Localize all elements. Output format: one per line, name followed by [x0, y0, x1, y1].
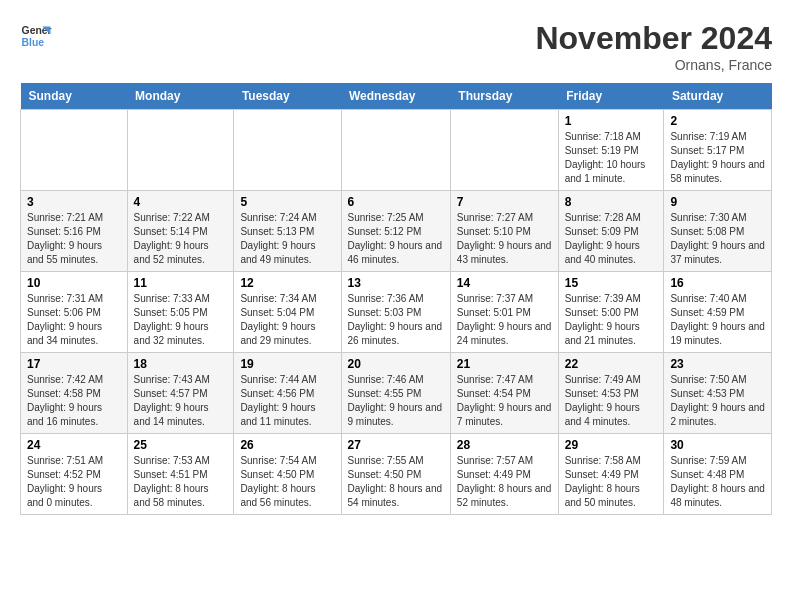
day-cell: 13Sunrise: 7:36 AM Sunset: 5:03 PM Dayli…	[341, 272, 450, 353]
day-info: Sunrise: 7:49 AM Sunset: 4:53 PM Dayligh…	[565, 373, 658, 429]
day-info: Sunrise: 7:50 AM Sunset: 4:53 PM Dayligh…	[670, 373, 765, 429]
day-cell: 25Sunrise: 7:53 AM Sunset: 4:51 PM Dayli…	[127, 434, 234, 515]
day-number: 26	[240, 438, 334, 452]
day-info: Sunrise: 7:55 AM Sunset: 4:50 PM Dayligh…	[348, 454, 444, 510]
day-info: Sunrise: 7:19 AM Sunset: 5:17 PM Dayligh…	[670, 130, 765, 186]
day-info: Sunrise: 7:30 AM Sunset: 5:08 PM Dayligh…	[670, 211, 765, 267]
day-number: 9	[670, 195, 765, 209]
day-number: 20	[348, 357, 444, 371]
day-number: 4	[134, 195, 228, 209]
day-cell: 1Sunrise: 7:18 AM Sunset: 5:19 PM Daylig…	[558, 110, 664, 191]
day-info: Sunrise: 7:44 AM Sunset: 4:56 PM Dayligh…	[240, 373, 334, 429]
logo-icon: General Blue	[20, 20, 52, 52]
page-header: General Blue November 2024 Ornans, Franc…	[20, 20, 772, 73]
day-info: Sunrise: 7:22 AM Sunset: 5:14 PM Dayligh…	[134, 211, 228, 267]
day-cell: 22Sunrise: 7:49 AM Sunset: 4:53 PM Dayli…	[558, 353, 664, 434]
day-info: Sunrise: 7:46 AM Sunset: 4:55 PM Dayligh…	[348, 373, 444, 429]
day-number: 28	[457, 438, 552, 452]
day-cell	[234, 110, 341, 191]
day-cell: 30Sunrise: 7:59 AM Sunset: 4:48 PM Dayli…	[664, 434, 772, 515]
logo: General Blue	[20, 20, 52, 52]
day-info: Sunrise: 7:37 AM Sunset: 5:01 PM Dayligh…	[457, 292, 552, 348]
column-header-thursday: Thursday	[450, 83, 558, 110]
day-number: 15	[565, 276, 658, 290]
day-cell: 19Sunrise: 7:44 AM Sunset: 4:56 PM Dayli…	[234, 353, 341, 434]
day-cell	[450, 110, 558, 191]
day-cell: 18Sunrise: 7:43 AM Sunset: 4:57 PM Dayli…	[127, 353, 234, 434]
column-header-saturday: Saturday	[664, 83, 772, 110]
day-number: 5	[240, 195, 334, 209]
day-cell: 7Sunrise: 7:27 AM Sunset: 5:10 PM Daylig…	[450, 191, 558, 272]
day-number: 10	[27, 276, 121, 290]
day-info: Sunrise: 7:34 AM Sunset: 5:04 PM Dayligh…	[240, 292, 334, 348]
day-info: Sunrise: 7:54 AM Sunset: 4:50 PM Dayligh…	[240, 454, 334, 510]
day-cell	[21, 110, 128, 191]
day-cell: 11Sunrise: 7:33 AM Sunset: 5:05 PM Dayli…	[127, 272, 234, 353]
day-number: 18	[134, 357, 228, 371]
day-cell: 23Sunrise: 7:50 AM Sunset: 4:53 PM Dayli…	[664, 353, 772, 434]
day-cell: 8Sunrise: 7:28 AM Sunset: 5:09 PM Daylig…	[558, 191, 664, 272]
day-number: 1	[565, 114, 658, 128]
day-number: 7	[457, 195, 552, 209]
day-number: 8	[565, 195, 658, 209]
day-info: Sunrise: 7:31 AM Sunset: 5:06 PM Dayligh…	[27, 292, 121, 348]
day-number: 11	[134, 276, 228, 290]
day-cell: 6Sunrise: 7:25 AM Sunset: 5:12 PM Daylig…	[341, 191, 450, 272]
day-cell: 2Sunrise: 7:19 AM Sunset: 5:17 PM Daylig…	[664, 110, 772, 191]
day-info: Sunrise: 7:47 AM Sunset: 4:54 PM Dayligh…	[457, 373, 552, 429]
title-block: November 2024 Ornans, France	[535, 20, 772, 73]
day-cell: 14Sunrise: 7:37 AM Sunset: 5:01 PM Dayli…	[450, 272, 558, 353]
day-number: 23	[670, 357, 765, 371]
week-row-1: 1Sunrise: 7:18 AM Sunset: 5:19 PM Daylig…	[21, 110, 772, 191]
day-cell: 28Sunrise: 7:57 AM Sunset: 4:49 PM Dayli…	[450, 434, 558, 515]
day-number: 17	[27, 357, 121, 371]
day-number: 14	[457, 276, 552, 290]
week-row-4: 17Sunrise: 7:42 AM Sunset: 4:58 PM Dayli…	[21, 353, 772, 434]
column-header-sunday: Sunday	[21, 83, 128, 110]
day-cell	[341, 110, 450, 191]
day-info: Sunrise: 7:57 AM Sunset: 4:49 PM Dayligh…	[457, 454, 552, 510]
day-info: Sunrise: 7:33 AM Sunset: 5:05 PM Dayligh…	[134, 292, 228, 348]
day-cell: 27Sunrise: 7:55 AM Sunset: 4:50 PM Dayli…	[341, 434, 450, 515]
day-cell: 21Sunrise: 7:47 AM Sunset: 4:54 PM Dayli…	[450, 353, 558, 434]
day-cell: 17Sunrise: 7:42 AM Sunset: 4:58 PM Dayli…	[21, 353, 128, 434]
month-title: November 2024	[535, 20, 772, 57]
day-cell: 5Sunrise: 7:24 AM Sunset: 5:13 PM Daylig…	[234, 191, 341, 272]
day-info: Sunrise: 7:51 AM Sunset: 4:52 PM Dayligh…	[27, 454, 121, 510]
day-info: Sunrise: 7:53 AM Sunset: 4:51 PM Dayligh…	[134, 454, 228, 510]
day-info: Sunrise: 7:43 AM Sunset: 4:57 PM Dayligh…	[134, 373, 228, 429]
header-row: SundayMondayTuesdayWednesdayThursdayFrid…	[21, 83, 772, 110]
day-cell: 4Sunrise: 7:22 AM Sunset: 5:14 PM Daylig…	[127, 191, 234, 272]
week-row-2: 3Sunrise: 7:21 AM Sunset: 5:16 PM Daylig…	[21, 191, 772, 272]
day-info: Sunrise: 7:24 AM Sunset: 5:13 PM Dayligh…	[240, 211, 334, 267]
day-info: Sunrise: 7:40 AM Sunset: 4:59 PM Dayligh…	[670, 292, 765, 348]
day-number: 16	[670, 276, 765, 290]
day-cell: 29Sunrise: 7:58 AM Sunset: 4:49 PM Dayli…	[558, 434, 664, 515]
day-number: 22	[565, 357, 658, 371]
day-info: Sunrise: 7:25 AM Sunset: 5:12 PM Dayligh…	[348, 211, 444, 267]
day-info: Sunrise: 7:27 AM Sunset: 5:10 PM Dayligh…	[457, 211, 552, 267]
day-number: 30	[670, 438, 765, 452]
day-info: Sunrise: 7:18 AM Sunset: 5:19 PM Dayligh…	[565, 130, 658, 186]
day-cell: 24Sunrise: 7:51 AM Sunset: 4:52 PM Dayli…	[21, 434, 128, 515]
day-cell: 26Sunrise: 7:54 AM Sunset: 4:50 PM Dayli…	[234, 434, 341, 515]
svg-text:Blue: Blue	[22, 37, 45, 48]
day-number: 29	[565, 438, 658, 452]
day-cell: 12Sunrise: 7:34 AM Sunset: 5:04 PM Dayli…	[234, 272, 341, 353]
day-cell: 9Sunrise: 7:30 AM Sunset: 5:08 PM Daylig…	[664, 191, 772, 272]
day-info: Sunrise: 7:58 AM Sunset: 4:49 PM Dayligh…	[565, 454, 658, 510]
day-number: 12	[240, 276, 334, 290]
day-info: Sunrise: 7:59 AM Sunset: 4:48 PM Dayligh…	[670, 454, 765, 510]
column-header-friday: Friday	[558, 83, 664, 110]
day-number: 13	[348, 276, 444, 290]
day-cell: 15Sunrise: 7:39 AM Sunset: 5:00 PM Dayli…	[558, 272, 664, 353]
day-cell: 16Sunrise: 7:40 AM Sunset: 4:59 PM Dayli…	[664, 272, 772, 353]
column-header-tuesday: Tuesday	[234, 83, 341, 110]
day-info: Sunrise: 7:39 AM Sunset: 5:00 PM Dayligh…	[565, 292, 658, 348]
day-info: Sunrise: 7:21 AM Sunset: 5:16 PM Dayligh…	[27, 211, 121, 267]
day-number: 3	[27, 195, 121, 209]
day-number: 2	[670, 114, 765, 128]
column-header-wednesday: Wednesday	[341, 83, 450, 110]
week-row-3: 10Sunrise: 7:31 AM Sunset: 5:06 PM Dayli…	[21, 272, 772, 353]
column-header-monday: Monday	[127, 83, 234, 110]
